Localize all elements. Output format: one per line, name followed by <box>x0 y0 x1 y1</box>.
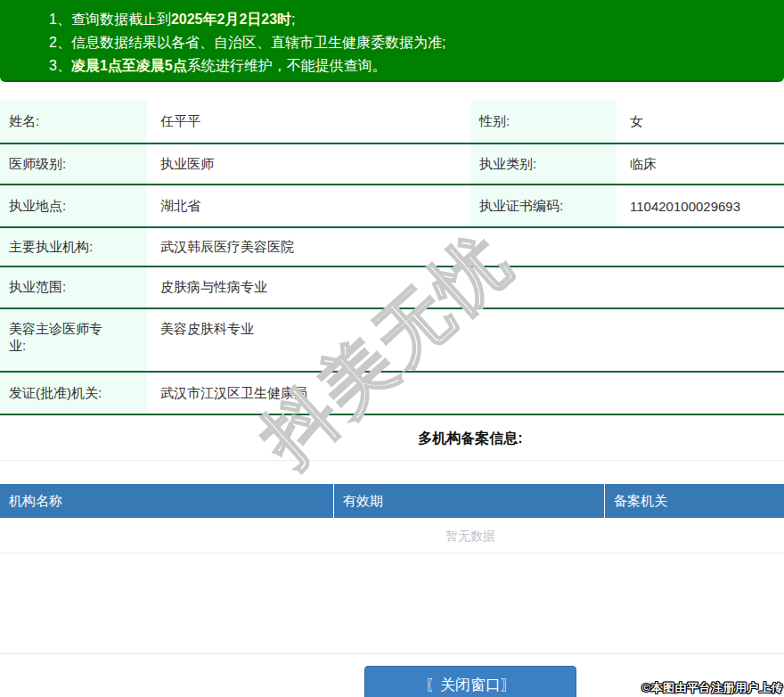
filing-table-header: 机构名称 有效期 备案机关 <box>0 484 784 518</box>
notice-banner: 1、查询数据截止到2025年2月2日23时; 2、信息数据结果以各省、自治区、直… <box>0 0 784 82</box>
label-doctor-level: 医师级别: <box>0 144 147 184</box>
table-row: 执业地点: 湖北省 执业证书编码: 110420100029693 <box>0 185 784 228</box>
value-practice-scope: 皮肤病与性病专业 <box>147 279 784 296</box>
label-issuing-authority: 发证(批准)机关: <box>0 373 147 414</box>
value-doctor-level: 执业医师 <box>147 156 470 173</box>
label-cosmetic-specialty: 美容主诊医师专 业: <box>0 309 147 371</box>
footer-divider <box>0 653 784 654</box>
doctor-info-section: 姓名: 任平平 性别: 女 医师级别: 执业医师 执业类别: 临床 执业地点: … <box>0 101 784 554</box>
notice-line-1: 1、查询数据截止到2025年2月2日23时; <box>49 8 775 31</box>
value-name: 任平平 <box>147 113 470 130</box>
label-practice-location: 执业地点: <box>0 185 147 226</box>
filing-col-validity: 有效期 <box>334 484 605 518</box>
notice-number: 1、 <box>49 12 71 27</box>
label-certificate-number: 执业证书编码: <box>470 185 617 226</box>
label-name: 姓名: <box>0 101 147 143</box>
notice-line-2: 2、信息数据结果以各省、自治区、直辖市卫生健康委数据为准; <box>49 31 775 54</box>
empty-data-text: 暂无数据 <box>0 518 784 554</box>
table-row: 主要执业机构: 武汉韩辰医疗美容医院 <box>0 228 784 267</box>
value-cosmetic-specialty: 美容皮肤科专业 <box>147 309 784 338</box>
label-main-institution: 主要执业机构: <box>0 228 147 266</box>
label-practice-category: 执业类别: <box>470 144 617 184</box>
doctor-info-table: 姓名: 任平平 性别: 女 医师级别: 执业医师 执业类别: 临床 执业地点: … <box>0 101 784 415</box>
notice-line-3: 3、凌晨1点至凌晨5点系统进行维护，不能提供查询。 <box>49 54 775 78</box>
value-main-institution: 武汉韩辰医疗美容医院 <box>147 239 784 256</box>
spacer <box>0 461 784 484</box>
table-row: 医师级别: 执业医师 执业类别: 临床 <box>0 144 784 185</box>
license-query-result-page: 1、查询数据截止到2025年2月2日23时; 2、信息数据结果以各省、自治区、直… <box>0 0 784 697</box>
filing-col-authority: 备案机关 <box>605 484 784 518</box>
notice-number: 2、 <box>49 35 71 50</box>
value-gender: 女 <box>617 113 784 130</box>
close-window-button[interactable]: 〖关闭窗口〗 <box>364 666 576 697</box>
filing-section-title: 多机构备案信息: <box>0 415 784 461</box>
filing-col-institution: 机构名称 <box>0 484 334 518</box>
value-certificate-number: 110420100029693 <box>617 199 784 214</box>
notice-highlight: 凌晨1点至凌晨5点 <box>71 58 187 73</box>
notice-highlight: 2025年2月2日23时 <box>171 12 291 27</box>
value-practice-location: 湖北省 <box>147 198 470 215</box>
notice-number: 3、 <box>49 58 71 73</box>
table-row: 姓名: 任平平 性别: 女 <box>0 101 784 144</box>
value-practice-category: 临床 <box>617 156 784 173</box>
uploader-note-watermark: ©本图由平台注册用户上传 <box>641 680 783 696</box>
value-issuing-authority: 武汉市江汉区卫生健康局 <box>147 385 784 402</box>
table-row: 美容主诊医师专 业: 美容皮肤科专业 <box>0 309 784 373</box>
label-gender: 性别: <box>470 101 617 143</box>
table-row: 执业范围: 皮肤病与性病专业 <box>0 267 784 309</box>
label-practice-scope: 执业范围: <box>0 267 147 308</box>
table-row: 发证(批准)机关: 武汉市江汉区卫生健康局 <box>0 373 784 415</box>
